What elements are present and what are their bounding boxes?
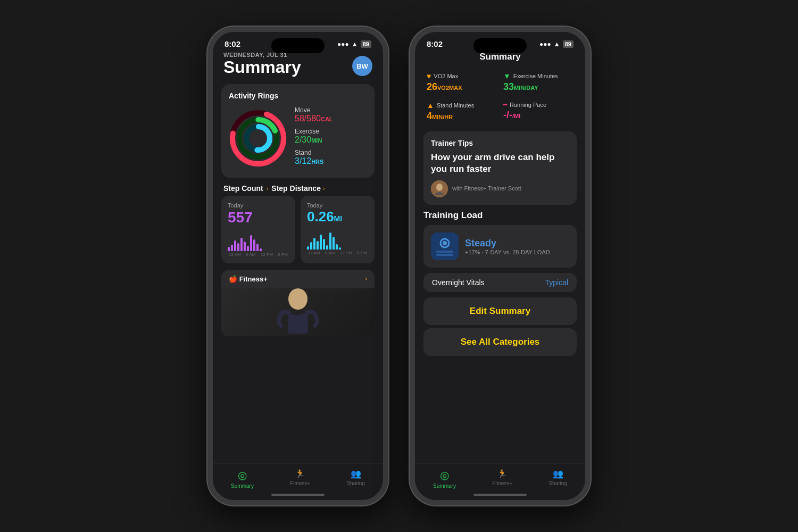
phone2-content: Summary ♥ VO2 Max 26VO2MAX ▼ bbox=[415, 52, 585, 453]
phone-1: 8:02 ●●● ▲ 89 WEDNESDAY, JUL 31 Summary … bbox=[207, 27, 388, 505]
tab-sharing-2[interactable]: 👥 Sharing bbox=[548, 469, 567, 486]
tab-sharing-1[interactable]: 👥 Sharing bbox=[346, 469, 364, 486]
summary-icon-2: ◎ bbox=[440, 469, 449, 481]
step-distance-value: 0.26MI bbox=[307, 209, 368, 225]
status-time-2: 8:02 bbox=[427, 39, 443, 48]
activity-rings bbox=[229, 109, 287, 168]
bar bbox=[329, 232, 331, 250]
metric-stand[interactable]: ▲ Stand Minutes 4MIN/HR bbox=[423, 97, 500, 126]
step-today-label1: Today bbox=[228, 202, 289, 209]
overnight-label: Overnight Vitals bbox=[432, 278, 485, 287]
phone1-content: WEDNESDAY, JUL 31 Summary BW Activity Ri… bbox=[213, 52, 383, 453]
trainer-name: with Fitness+ Trainer Scott bbox=[452, 185, 521, 193]
edit-summary-button[interactable]: Edit Summary bbox=[423, 297, 577, 325]
bar bbox=[234, 240, 236, 251]
overnight-vitals[interactable]: Overnight Vitals Typical bbox=[423, 273, 577, 292]
pace-icon: ━ bbox=[503, 101, 507, 109]
status-icons-2: ●●● ▲ 89 bbox=[539, 40, 573, 48]
signal-icon-1: ●●● bbox=[337, 40, 349, 48]
overnight-typical: Typical bbox=[545, 278, 568, 287]
dynamic-island-1 bbox=[271, 38, 325, 53]
step-count-chevron[interactable]: › bbox=[267, 185, 269, 192]
fitness-label-1: Fitness+ bbox=[290, 480, 310, 486]
step-today-label2: Today bbox=[307, 202, 368, 209]
step-distance-card[interactable]: Today 0.26MI bbox=[301, 196, 375, 263]
step-count-card[interactable]: Today 557 bbox=[221, 196, 295, 263]
sharing-icon-2: 👥 bbox=[553, 469, 563, 479]
phone-2: 8:02 ●●● ▲ 89 Summary ♥ VO2 Max bbox=[410, 27, 591, 505]
exercise-min-value: 33MIN/DAY bbox=[503, 81, 573, 93]
fitness-icon-1: 🏃 bbox=[295, 469, 305, 479]
bar bbox=[244, 242, 246, 251]
pace-name: Running Pace bbox=[510, 102, 546, 108]
step-distance-chevron[interactable]: › bbox=[323, 185, 325, 192]
exercise-stat: Exercise 2/30MIN bbox=[295, 128, 367, 145]
metrics-grid: ♥ VO2 Max 26VO2MAX ▼ Exercise Minutes 33… bbox=[415, 68, 585, 126]
exercise-icon-row: ▼ Exercise Minutes bbox=[503, 72, 573, 80]
vo2-value: 26VO2MAX bbox=[427, 81, 497, 93]
apple-icon: 🍎 bbox=[229, 275, 237, 283]
bar bbox=[336, 244, 338, 250]
battery-1: 89 bbox=[361, 40, 371, 48]
fitness-icon-2: 🏃 bbox=[497, 469, 508, 479]
stand-icon-row: ▲ Stand Minutes bbox=[427, 101, 497, 110]
tab-summary-2[interactable]: ◎ Summary bbox=[433, 469, 456, 489]
bar bbox=[332, 237, 335, 250]
vo2-name: VO2 Max bbox=[434, 73, 458, 79]
bar bbox=[231, 245, 233, 251]
step-count-value: 557 bbox=[228, 209, 289, 227]
step-cards: Today 557 bbox=[221, 196, 375, 263]
bar bbox=[228, 247, 230, 251]
bar bbox=[313, 238, 315, 250]
fitness-plus-section[interactable]: 🍎 Fitness+ › bbox=[221, 270, 375, 336]
signal-icon-2: ●●● bbox=[539, 40, 551, 48]
pace-icon-row: ━ Running Pace bbox=[503, 101, 573, 109]
step-distance-chart bbox=[307, 228, 368, 250]
metric-pace[interactable]: ━ Running Pace -/-/MI bbox=[500, 97, 577, 126]
bar bbox=[339, 247, 341, 250]
fitness-chevron[interactable]: › bbox=[365, 275, 367, 282]
trainer-tips-headline: How your arm drive can help you run fast… bbox=[431, 152, 569, 175]
vo2-icon-row: ♥ VO2 Max bbox=[427, 72, 497, 80]
exercise-min-icon: ▼ bbox=[503, 72, 511, 80]
activity-card-title: Activity Rings bbox=[229, 92, 367, 100]
step-count-heading[interactable]: Step Count bbox=[223, 184, 263, 193]
label-12am-2: 12 AM bbox=[308, 251, 320, 255]
fitness-person bbox=[266, 288, 330, 336]
status-icons-1: ●●● ▲ 89 bbox=[337, 40, 371, 48]
tab-fitness-1[interactable]: 🏃 Fitness+ bbox=[290, 469, 310, 486]
stand-value: 4MIN/HR bbox=[427, 111, 497, 122]
home-indicator-1 bbox=[271, 494, 325, 496]
phone2-title: Summary bbox=[423, 52, 577, 62]
bar bbox=[260, 248, 262, 251]
step-distance-heading[interactable]: Step Distance bbox=[271, 184, 321, 193]
training-load-title: Training Load bbox=[423, 210, 577, 221]
move-value: 58/580CAL bbox=[295, 114, 333, 123]
bar bbox=[320, 235, 322, 250]
summary-icon-1: ◎ bbox=[238, 469, 247, 481]
trainer-tips-card[interactable]: Trainer Tips How your arm drive can help… bbox=[423, 131, 577, 205]
avatar-1[interactable]: BW bbox=[352, 56, 372, 76]
training-steady: Steady bbox=[465, 238, 569, 249]
metric-exercise-min[interactable]: ▼ Exercise Minutes 33MIN/DAY bbox=[500, 68, 577, 97]
see-all-categories-button[interactable]: See All Categories bbox=[423, 328, 577, 356]
stand-stat: Stand 3/12HRS bbox=[295, 149, 367, 166]
tab-summary-1[interactable]: ◎ Summary bbox=[231, 469, 254, 489]
activity-card: Activity Rings bbox=[221, 84, 375, 178]
training-load-card[interactable]: Steady +17% · 7-DAY vs. 28-DAY LOAD bbox=[423, 225, 577, 268]
svg-rect-13 bbox=[436, 254, 453, 256]
see-all-text: See All Categories bbox=[461, 337, 540, 347]
metric-vo2[interactable]: ♥ VO2 Max 26VO2MAX bbox=[423, 68, 500, 97]
svg-point-6 bbox=[288, 288, 307, 310]
fitness-image bbox=[221, 288, 375, 336]
label-6am: 6 AM bbox=[246, 252, 255, 257]
svg-point-8 bbox=[436, 184, 443, 191]
svg-rect-12 bbox=[436, 251, 453, 253]
wifi-icon-2: ▲ bbox=[554, 40, 560, 48]
sharing-label-2: Sharing bbox=[548, 480, 567, 486]
tab-fitness-2[interactable]: 🏃 Fitness+ bbox=[492, 469, 512, 486]
phone2-header: Summary bbox=[415, 52, 585, 68]
bar bbox=[256, 244, 259, 251]
activity-stats: Move 58/580CAL Exercise 2/30MIN bbox=[295, 106, 367, 170]
header-text: WEDNESDAY, JUL 31 Summary bbox=[223, 52, 301, 77]
